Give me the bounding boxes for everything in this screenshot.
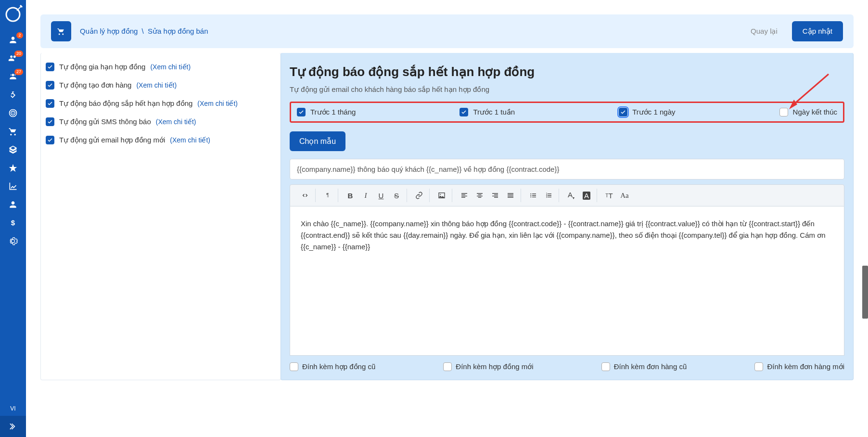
attach-new-contract: Đính kèm hợp đồng mới: [443, 362, 533, 371]
svg-point-14: [530, 196, 531, 197]
align-right-icon[interactable]: [488, 189, 502, 202]
svg-point-13: [530, 195, 531, 196]
timing-label: Ngày kết thúc: [793, 108, 837, 116]
checkbox-end-date[interactable]: [779, 108, 788, 116]
paragraph-icon[interactable]: ¶: [320, 189, 335, 202]
badge-users: 2: [16, 32, 23, 39]
panel-subtitle: Tự động gửi email cho khách hàng báo sắp…: [290, 85, 844, 94]
breadcrumb-item-1[interactable]: Quản lý hợp đồng: [80, 27, 138, 35]
svg-point-5: [13, 113, 14, 114]
header-cart-button[interactable]: [51, 21, 71, 41]
email-subject-input[interactable]: [290, 159, 844, 180]
sidebar-item-chart[interactable]: [0, 177, 26, 195]
option-label: Tự động tạo đơn hàng: [59, 81, 131, 90]
underline-icon[interactable]: U: [374, 189, 388, 202]
option-auto-alert-expiry: Tự động báo động sắp hết hạn hợp đồng (X…: [43, 94, 271, 113]
timing-label: Trước 1 ngày: [632, 108, 675, 116]
editor-toolbar: ¶ B I U S: [290, 184, 844, 206]
font-color-icon[interactable]: A▾: [564, 189, 578, 202]
option-label: Tự động gửi email hợp đồng mới: [59, 136, 165, 144]
sidebar: 2 20 27 $ VI: [0, 0, 26, 437]
svg-point-11: [440, 194, 441, 195]
detail-link[interactable]: (Xem chi tiết): [136, 81, 177, 89]
checkbox-auto-sms[interactable]: [46, 117, 54, 126]
sidebar-item-dollar[interactable]: $: [0, 214, 26, 232]
svg-point-12: [530, 193, 531, 194]
checkbox-auto-renew[interactable]: [46, 63, 54, 71]
checkbox-before-1-month[interactable]: [297, 108, 306, 116]
sidebar-item-boxes[interactable]: [0, 141, 26, 159]
attach-label: Đính kèm hợp đồng cũ: [302, 362, 375, 371]
list-ul-icon[interactable]: [526, 189, 540, 202]
option-label: Tự động báo động sắp hết hạn hợp đồng: [59, 99, 192, 108]
checkbox-auto-alert-expiry[interactable]: [46, 99, 54, 108]
align-justify-icon[interactable]: [503, 189, 518, 202]
attach-label: Đính kèm đơn hàng cũ: [614, 362, 687, 371]
code-view-icon[interactable]: [298, 189, 312, 202]
checkbox-auto-create-order[interactable]: [46, 81, 54, 90]
checkbox-attach-new-order[interactable]: [754, 362, 763, 371]
svg-text:¶: ¶: [326, 193, 329, 198]
option-label: Tự động gia hạn hợp đồng: [59, 63, 145, 71]
left-options-panel: Tự động gia hạn hợp đồng (Xem chi tiết) …: [40, 53, 281, 380]
detail-link[interactable]: (Xem chi tiết): [197, 100, 238, 107]
timing-week: Trước 1 tuần: [460, 108, 515, 116]
checkbox-auto-email-new[interactable]: [46, 136, 54, 144]
timing-options-row: Trước 1 tháng Trước 1 tuần Trước 1 ngày …: [290, 102, 844, 123]
align-left-icon[interactable]: [457, 189, 472, 202]
sidebar-item-group[interactable]: 27: [0, 67, 26, 86]
image-icon[interactable]: [434, 189, 449, 202]
align-center-icon[interactable]: [472, 189, 487, 202]
font-size-icon[interactable]: TT: [602, 189, 616, 202]
option-auto-renew: Tự động gia hạn hợp đồng (Xem chi tiết): [43, 58, 271, 76]
detail-link[interactable]: (Xem chi tiết): [156, 118, 196, 126]
sidebar-item-person[interactable]: [0, 195, 26, 214]
attach-label: Đính kèm đơn hàng mới: [767, 362, 844, 371]
update-button[interactable]: Cập nhật: [792, 21, 843, 41]
sidebar-item-handshake[interactable]: [0, 86, 26, 104]
attach-old-contract: Đính kèm hợp đồng cũ: [290, 362, 375, 371]
email-body-editor[interactable]: Xin chào {{c_name}}. {{company.name}} xi…: [290, 206, 844, 356]
checkbox-attach-old-contract[interactable]: [290, 362, 298, 371]
bold-icon[interactable]: B: [343, 189, 357, 202]
timing-day: Trước 1 ngày: [619, 108, 675, 116]
option-label: Tự động gửi SMS thông báo: [59, 117, 151, 126]
attach-new-order: Đính kèm đơn hàng mới: [754, 362, 844, 371]
scrollbar-thumb[interactable]: [862, 266, 868, 319]
detail-link[interactable]: (Xem chi tiết): [150, 63, 191, 71]
strikethrough-icon[interactable]: S: [389, 189, 404, 202]
sidebar-item-settings[interactable]: [0, 232, 26, 250]
checkbox-before-1-week[interactable]: [460, 108, 468, 116]
sidebar-item-team[interactable]: 20: [0, 49, 26, 67]
sidebar-item-star[interactable]: [0, 159, 26, 177]
svg-text:3: 3: [546, 196, 548, 198]
option-auto-sms: Tự động gửi SMS thông báo (Xem chi tiết): [43, 113, 271, 131]
highlight-color-icon[interactable]: A: [579, 189, 594, 202]
checkbox-attach-old-order[interactable]: [601, 362, 610, 371]
detail-link[interactable]: (Xem chi tiết): [170, 136, 210, 144]
timing-label: Trước 1 tháng: [310, 108, 356, 116]
header-bar: Quản lý hợp đồng \ Sửa hợp đồng bán Quay…: [40, 14, 854, 48]
breadcrumb-separator: \: [142, 27, 144, 35]
attach-label: Đính kèm hợp đồng mới: [456, 362, 533, 371]
checkbox-attach-new-contract[interactable]: [443, 362, 452, 371]
font-family-icon[interactable]: Aa: [617, 189, 632, 202]
option-auto-email-new: Tự động gửi email hợp đồng mới (Xem chi …: [43, 131, 271, 149]
choose-template-button[interactable]: Chọn mẫu: [290, 131, 345, 151]
language-selector[interactable]: VI: [0, 405, 26, 412]
timing-end: Ngày kết thúc: [779, 108, 837, 116]
sidebar-item-user[interactable]: 2: [0, 31, 26, 49]
breadcrumb: Quản lý hợp đồng \ Sửa hợp đồng bán: [80, 27, 208, 36]
sidebar-item-cart[interactable]: [0, 122, 26, 141]
app-logo[interactable]: [2, 4, 24, 25]
italic-icon[interactable]: I: [358, 189, 373, 202]
sidebar-expand-toggle[interactable]: [0, 416, 26, 437]
sidebar-item-target[interactable]: [0, 104, 26, 122]
list-ol-icon[interactable]: 123: [541, 189, 556, 202]
svg-text:$: $: [11, 218, 15, 227]
checkbox-before-1-day[interactable]: [619, 108, 627, 116]
badge-group: 27: [14, 69, 23, 75]
link-icon[interactable]: [412, 189, 426, 202]
attachment-options: Đính kèm hợp đồng cũ Đính kèm hợp đồng m…: [290, 356, 844, 371]
back-button[interactable]: Quay lại: [745, 23, 783, 39]
